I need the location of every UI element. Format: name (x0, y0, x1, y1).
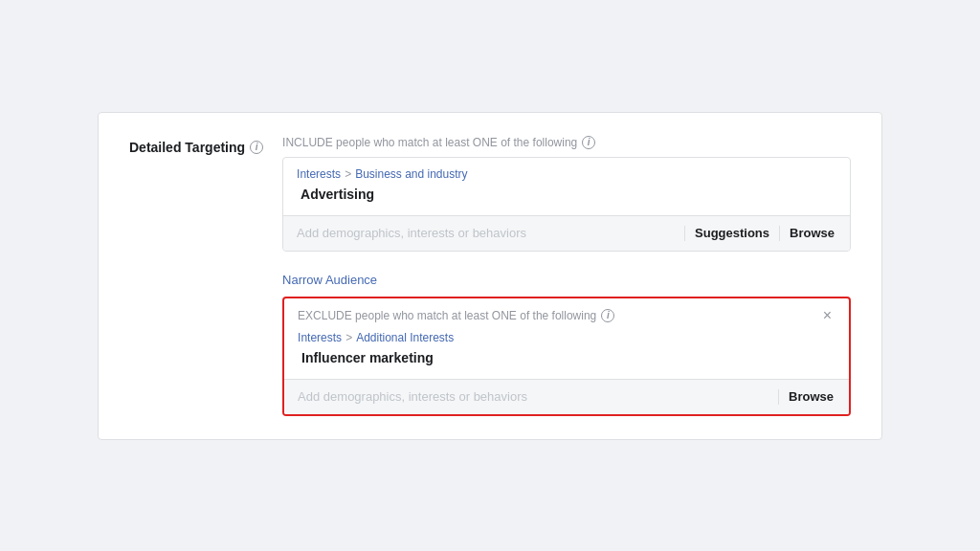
include-breadcrumb-link2[interactable]: Business and industry (355, 167, 467, 181)
exclude-tag-value: Influencer marketing (298, 348, 835, 367)
include-info-icon[interactable]: i (582, 136, 595, 149)
divider2 (779, 226, 780, 241)
browse-button[interactable]: Browse (788, 226, 836, 240)
include-input-placeholder[interactable]: Add demographics, interests or behaviors (297, 226, 677, 240)
info-icon[interactable]: i (250, 141, 263, 154)
include-breadcrumb-sep: > (345, 167, 351, 181)
exclude-header: EXCLUDE people who match at least ONE of… (284, 298, 849, 323)
exclude-label-text: EXCLUDE people who match at least ONE of… (298, 309, 596, 322)
exclude-close-button[interactable]: × (819, 308, 835, 323)
section-label: Detailed Targeting i (129, 136, 263, 155)
include-tag-area: Interests > Business and industry Advert… (283, 158, 850, 215)
include-input-bar: Add demographics, interests or behaviors… (283, 215, 850, 251)
narrow-audience-link[interactable]: Narrow Audience (282, 273, 377, 287)
exclude-input-placeholder[interactable]: Add demographics, interests or behaviors (298, 389, 770, 404)
exclude-breadcrumb-link2[interactable]: Additional Interests (356, 331, 454, 344)
exclude-info-icon[interactable]: i (601, 309, 614, 322)
exclude-tag-area: Interests > Additional Interests Influen… (284, 323, 849, 380)
exclude-section: EXCLUDE people who match at least ONE of… (282, 297, 851, 416)
exclude-breadcrumb-link1[interactable]: Interests (298, 331, 342, 344)
exclude-browse-button[interactable]: Browse (787, 389, 835, 404)
divider3 (778, 389, 779, 405)
suggestions-button[interactable]: Suggestions (693, 226, 771, 240)
section-label-text: Detailed Targeting (129, 140, 245, 155)
include-label-text: INCLUDE people who match at least ONE of… (282, 136, 577, 149)
detailed-targeting-card: Detailed Targeting i INCLUDE people who … (98, 112, 882, 440)
include-breadcrumb-link1[interactable]: Interests (297, 167, 341, 181)
exclude-breadcrumb-sep: > (345, 331, 352, 344)
include-input-actions: Suggestions Browse (677, 226, 836, 241)
section-row: Detailed Targeting i INCLUDE people who … (129, 136, 851, 416)
divider1 (684, 226, 685, 241)
exclude-input-actions: Browse (770, 389, 835, 405)
include-breadcrumb: Interests > Business and industry (297, 167, 836, 181)
exclude-breadcrumb: Interests > Additional Interests (298, 331, 835, 344)
right-column: INCLUDE people who match at least ONE of… (282, 136, 851, 416)
exclude-label: EXCLUDE people who match at least ONE of… (298, 309, 614, 322)
include-label: INCLUDE people who match at least ONE of… (282, 136, 851, 149)
include-targeting-box: Interests > Business and industry Advert… (282, 157, 851, 252)
exclude-input-bar: Add demographics, interests or behaviors… (284, 380, 849, 414)
include-tag-value: Advertising (297, 185, 836, 204)
